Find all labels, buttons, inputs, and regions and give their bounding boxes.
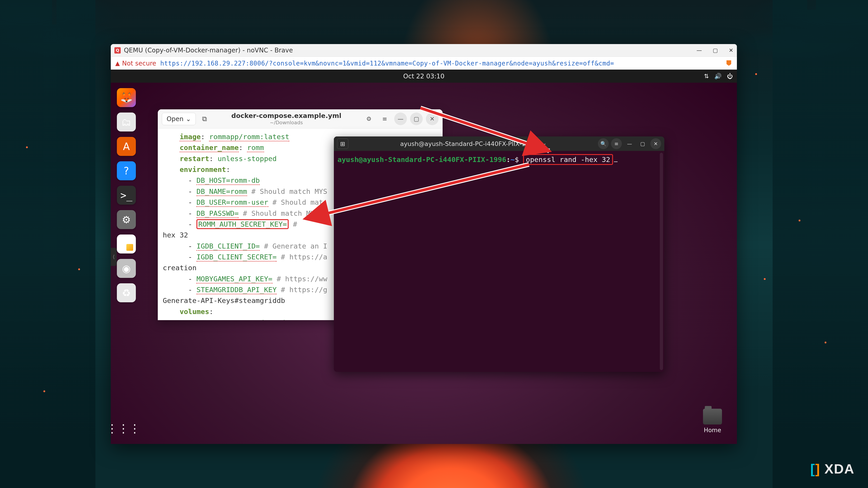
xda-watermark: [] XDA	[810, 461, 855, 477]
window-title: QEMU (Copy-of-VM-Docker-manager) - noVNC…	[124, 46, 293, 54]
home-label: Home	[699, 427, 726, 433]
hamburger-menu-icon[interactable]: ≡	[378, 112, 391, 125]
qemu-icon: Q	[114, 47, 121, 54]
browser-titlebar[interactable]: Q QEMU (Copy-of-VM-Docker-manager) - noV…	[111, 44, 737, 57]
window-close-button[interactable]: ✕	[729, 47, 733, 54]
scrollbar[interactable]	[660, 153, 663, 370]
text-editor-icon[interactable]: ▁	[117, 234, 136, 254]
highlight-command: openssl rand -hex 32	[523, 154, 613, 165]
gnome-topbar[interactable]: Oct 22 03:10 ⇅ 🔊 ⏻	[111, 70, 737, 83]
editor-minimize-button[interactable]: —	[394, 112, 407, 125]
highlight-secret-key: ROMM_AUTH_SECRET_KEY=	[196, 219, 289, 229]
ubuntu-desktop: Oct 22 03:10 ⇅ 🔊 ⏻ ⟨ 🦊 🗂 A ? >_ ⚙ ▁ ◉ ♻ …	[111, 70, 737, 444]
clock[interactable]: Oct 22 03:10	[403, 72, 445, 80]
chevron-down-icon: ⌄	[186, 115, 191, 123]
network-icon[interactable]: ⇅	[704, 73, 709, 79]
terminal-icon[interactable]: >_	[117, 186, 136, 205]
window-maximize-button[interactable]: ▢	[713, 47, 718, 54]
terminal-title: ayush@ayush-Standard-PC-i440FX-PIIX-1996…	[350, 140, 596, 147]
power-icon[interactable]: ⏻	[727, 73, 733, 79]
hamburger-menu-icon[interactable]: ≡	[611, 138, 622, 149]
firefox-icon[interactable]: 🦊	[117, 88, 136, 107]
editor-close-button[interactable]: ✕	[426, 112, 438, 125]
help-icon[interactable]: ?	[117, 161, 136, 180]
editor-filepath: ~/Downloads	[213, 120, 360, 126]
open-button[interactable]: Open ⌄	[162, 113, 196, 125]
terminal-maximize-button[interactable]: ▢	[637, 138, 648, 149]
folder-icon	[703, 409, 722, 424]
files-icon[interactable]: 🗂	[117, 112, 136, 131]
editor-maximize-button[interactable]: ▢	[410, 112, 423, 125]
terminal-headerbar[interactable]: ⊞ ayush@ayush-Standard-PC-i440FX-PIIX-19…	[334, 136, 664, 151]
terminal-minimize-button[interactable]: —	[624, 138, 635, 149]
show-apps-icon[interactable]: ⋮⋮⋮	[114, 419, 133, 438]
browser-window: Q QEMU (Copy-of-VM-Docker-manager) - noV…	[111, 44, 737, 444]
gear-icon[interactable]: ⚙	[363, 112, 375, 125]
search-icon[interactable]: 🔍	[598, 138, 609, 149]
disk-icon[interactable]: ◉	[117, 259, 136, 278]
editor-headerbar[interactable]: Open ⌄ ⧉ docker-compose.example.yml ~/Do…	[158, 109, 442, 129]
home-desktop-icon[interactable]: Home	[699, 409, 726, 433]
terminal-close-button[interactable]: ✕	[650, 138, 661, 149]
editor-filename: docker-compose.example.yml	[213, 112, 360, 120]
security-indicator[interactable]: ▲ Not secure	[115, 60, 156, 67]
new-tab-button[interactable]: ⧉	[199, 113, 210, 125]
terminal-body[interactable]: ayush@ayush-Standard-PC-i440FX-PIIX-1996…	[334, 151, 664, 372]
ubuntu-dock: 🦊 🗂 A ? >_ ⚙ ▁ ◉ ♻	[114, 88, 139, 302]
software-store-icon[interactable]: A	[117, 137, 136, 156]
browser-address-bar[interactable]: ▲ Not secure https://192.168.29.227:8006…	[111, 57, 737, 70]
warning-icon: ▲	[115, 60, 120, 67]
text-cursor	[614, 162, 618, 162]
url-text[interactable]: https://192.168.29.227:8006/?console=kvm…	[160, 60, 614, 67]
security-label: Not secure	[122, 60, 156, 67]
editor-title: docker-compose.example.yml ~/Downloads	[213, 112, 360, 126]
trash-icon[interactable]: ♻	[117, 283, 136, 302]
terminal-window: ⊞ ayush@ayush-Standard-PC-i440FX-PIIX-19…	[334, 136, 664, 372]
brave-shield-icon[interactable]: ⛊	[725, 59, 733, 67]
window-minimize-button[interactable]: —	[696, 47, 702, 54]
new-tab-button[interactable]: ⊞	[337, 138, 348, 149]
volume-icon[interactable]: 🔊	[714, 73, 721, 79]
terminal-prompt: ayush@ayush-Standard-PC-i440FX-PIIX-1996…	[338, 156, 515, 164]
settings-icon[interactable]: ⚙	[117, 210, 136, 229]
